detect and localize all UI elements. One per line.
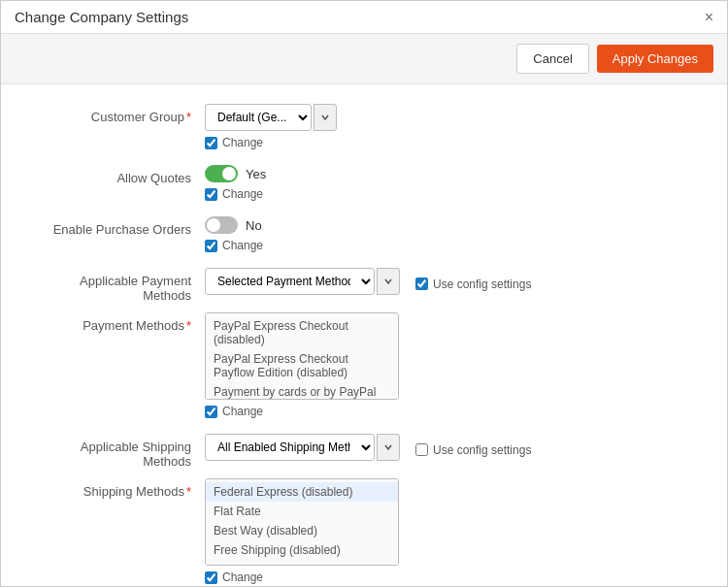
payment-methods-row: Payment Methods* PayPal Express Checkout… (30, 312, 698, 418)
shipping-methods-change-checkbox[interactable] (205, 571, 217, 584)
customer-group-select[interactable]: Default (Ge... (205, 104, 312, 131)
payment-methods-label: Payment Methods* (30, 312, 205, 333)
applicable-payment-methods-label: Applicable Payment Methods (30, 268, 205, 303)
list-item[interactable]: Free Shipping (disabled) (206, 540, 398, 560)
payment-methods-controls: PayPal Express Checkout (disabled)PayPal… (205, 312, 698, 418)
shipping-methods-controls: Federal Express (disabled)Flat RateBest … (205, 478, 698, 584)
enable-purchase-orders-change-label: Change (222, 239, 263, 252)
chevron-down-icon (321, 114, 329, 121)
allow-quotes-controls: Yes Change (205, 165, 698, 201)
applicable-shipping-methods-row: Applicable Shipping Methods All Enabled … (30, 434, 698, 469)
applicable-payment-dropdown-arrow[interactable] (377, 268, 400, 295)
allow-quotes-change-checkbox[interactable] (205, 188, 217, 201)
shipping-use-config-label: Use config settings (433, 443, 531, 457)
applicable-shipping-methods-label: Applicable Shipping Methods (30, 434, 205, 469)
customer-group-controls: Default (Ge... Change (205, 104, 698, 149)
chevron-down-icon (384, 443, 392, 451)
allow-quotes-label: Allow Quotes (30, 165, 205, 185)
customer-group-dropdown-arrow[interactable] (314, 104, 337, 131)
payment-methods-change-label: Change (222, 405, 263, 418)
enable-purchase-orders-toggle[interactable] (205, 216, 238, 234)
close-icon[interactable]: × (705, 10, 713, 25)
modal-title: Change Company Settings (15, 9, 188, 25)
cancel-button[interactable]: Cancel (516, 44, 588, 74)
enable-purchase-orders-change-row: Change (205, 239, 698, 252)
allow-quotes-row: Allow Quotes Yes Change (30, 165, 698, 201)
modal-body: Customer Group* Default (Ge... Change (1, 84, 727, 586)
customer-group-change-row: Change (205, 136, 698, 149)
payment-use-config-checkbox[interactable] (415, 277, 428, 290)
enable-purchase-orders-row: Enable Purchase Orders No Change (30, 216, 698, 252)
payment-methods-list[interactable]: PayPal Express Checkout (disabled)PayPal… (205, 312, 399, 400)
apply-changes-button[interactable]: Apply Changes (597, 45, 713, 73)
payment-use-config-label: Use config settings (433, 277, 531, 291)
modal-header: Change Company Settings × (1, 1, 727, 34)
list-item[interactable]: Payment by cards or by PayPal account (d… (206, 382, 398, 400)
customer-group-row: Customer Group* Default (Ge... Change (30, 104, 698, 149)
customer-group-change-label: Change (222, 136, 263, 149)
shipping-methods-label: Shipping Methods* (30, 478, 205, 499)
allow-quotes-toggle-label: Yes (246, 167, 266, 181)
modal: Change Company Settings × Cancel Apply C… (0, 0, 728, 587)
shipping-use-config-checkbox[interactable] (415, 443, 428, 456)
applicable-shipping-dropdown-arrow[interactable] (377, 434, 400, 461)
shipping-methods-list[interactable]: Federal Express (disabled)Flat RateBest … (205, 478, 399, 566)
enable-purchase-orders-change-checkbox[interactable] (205, 240, 217, 252)
applicable-payment-methods-select[interactable]: Selected Payment Methods (205, 268, 375, 295)
shipping-methods-change-label: Change (222, 571, 263, 584)
list-item[interactable]: Federal Express (disabled) (206, 482, 398, 502)
shipping-methods-change-row: Change (205, 571, 698, 584)
payment-methods-change-checkbox[interactable] (205, 406, 217, 418)
allow-quotes-change-row: Change (205, 187, 698, 201)
list-item[interactable]: Best Way (disabled) (206, 521, 398, 540)
enable-purchase-orders-label: Enable Purchase Orders (30, 216, 205, 237)
applicable-payment-methods-row: Applicable Payment Methods Selected Paym… (30, 268, 698, 303)
list-item[interactable]: United Parcel Service (disabled) (206, 560, 398, 566)
enable-purchase-orders-toggle-label: No (246, 218, 262, 233)
applicable-shipping-methods-select[interactable]: All Enabled Shipping Methods (205, 434, 375, 461)
payment-methods-change-row: Change (205, 405, 698, 418)
customer-group-change-checkbox[interactable] (205, 137, 217, 149)
list-item[interactable]: PayPal Express Checkout Payflow Edition … (206, 349, 398, 382)
list-item[interactable]: PayPal Express Checkout (disabled) (206, 316, 398, 349)
enable-purchase-orders-controls: No Change (205, 216, 698, 252)
customer-group-label: Customer Group* (30, 104, 205, 124)
chevron-down-icon (384, 277, 392, 285)
allow-quotes-toggle[interactable] (205, 165, 238, 182)
allow-quotes-change-label: Change (222, 187, 263, 201)
list-item[interactable]: Flat Rate (206, 502, 398, 521)
shipping-methods-row: Shipping Methods* Federal Express (disab… (30, 478, 698, 584)
toolbar: Cancel Apply Changes (1, 34, 727, 84)
